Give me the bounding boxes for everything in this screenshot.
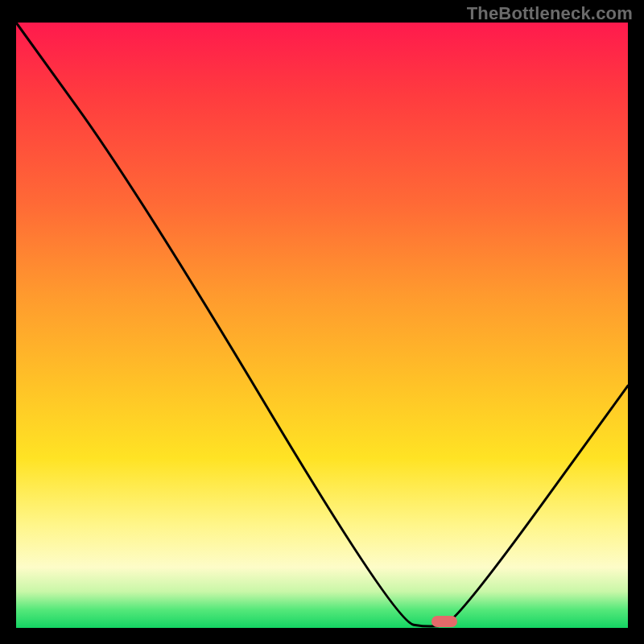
optimal-marker [431, 616, 457, 627]
plot-area [16, 23, 628, 628]
bottleneck-curve [16, 23, 628, 628]
chart-frame: TheBottleneck.com [0, 0, 644, 644]
watermark-text: TheBottleneck.com [467, 3, 633, 24]
